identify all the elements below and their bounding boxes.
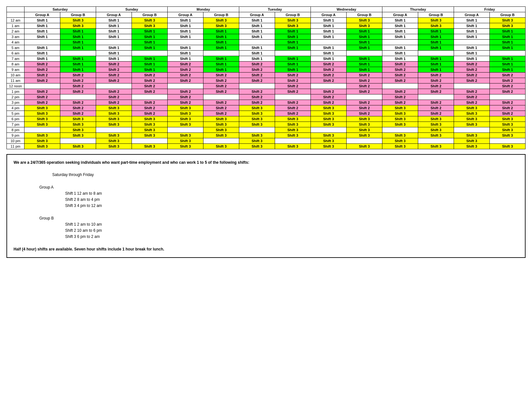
shift-cell: Shift 3 [311,116,347,122]
shift-cell [311,127,347,133]
shift-cell: Shift 1 [239,45,275,51]
shift-cell: Shift 3 [311,138,347,144]
shift-cell: Shift 2 [490,105,526,111]
shift-cell: Shift 1 [168,29,203,34]
shift-cell: Shift 2 [490,89,526,94]
shift-cell: Shift 1 [132,34,168,40]
shift-cell: Shift 1 [25,34,60,40]
shift-cell: Shift 3 [311,111,347,116]
shift-cell: Shift 3 [60,144,96,149]
shift-cell: Shift 2 [454,94,490,100]
shift-cell: Shift 1 [132,67,168,73]
time-label: 3 pm [7,100,25,105]
shift-cell: Shift 3 [239,105,275,111]
shift-cell: Shift 2 [347,83,382,89]
shift-cell: Shift 1 [490,67,526,73]
shift-cell [382,127,418,133]
shift-cell [96,127,132,133]
shift-cell: Shift 2 [311,73,347,78]
tue-gb-header: Group B [275,12,311,18]
shift-cell: Shift 1 [168,34,203,40]
shift-cell: Shift 2 [25,78,60,83]
shift-cell: Shift 1 [311,29,347,34]
main-container: Saturday Sunday Monday Tuesday Wednesday… [6,6,526,258]
shift-cell: Shift 1 [454,45,490,51]
shift-cell: Shift 1 [382,56,418,62]
shift-cell: Shift 2 [25,89,60,94]
shift-cell: Shift 1 [454,56,490,62]
info-group-b-label: Group B [39,215,518,221]
shift-cell: Shift 3 [382,105,418,111]
shift-line: Shift 3 4 pm to 12 am [65,203,518,209]
shift-cell [418,138,454,144]
time-label: 2 am [7,29,25,34]
shift-cell: Shift 1 [347,34,382,40]
shift-cell [382,83,418,89]
shift-cell: Shift 1 [239,56,275,62]
shift-cell [168,83,203,89]
info-intro: We are a 24/7/365 operation seeking indi… [14,160,518,166]
shift-cell: Shift 2 [239,78,275,83]
shift-cell: Shift 2 [168,89,203,94]
empty-subheader [7,12,25,18]
shift-cell: Shift 2 [96,78,132,83]
time-label: 5 am [7,45,25,51]
shift-cell: Shift 3 [490,116,526,122]
shift-cell: Shift 1 [168,51,203,56]
shift-cell: Shift 3 [25,105,60,111]
shift-cell: Shift 1 [490,34,526,40]
shift-cell: Shift 3 [96,122,132,127]
tuesday-header: Tuesday [239,7,311,12]
shift-cell: Shift 3 [347,18,382,23]
shift-cell: Shift 3 [239,122,275,127]
shift-cell: Shift 3 [132,122,168,127]
tue-ga-header: Group A [239,12,275,18]
shift-cell: Shift 2 [60,105,96,111]
shift-cell: Shift 3 [60,133,96,138]
shift-cell [96,40,132,45]
group-a-shifts: Shift 1 12 am to 8 amShift 2 8 am to 4 p… [14,191,518,209]
shift-cell [275,138,311,144]
shift-cell: Shift 2 [490,78,526,83]
shift-cell: Shift 3 [275,18,311,23]
shift-cell: Shift 3 [25,122,60,127]
thu-ga-header: Group A [382,12,418,18]
shift-cell: Shift 2 [418,105,454,111]
fri-gb-header: Group B [490,12,526,18]
shift-cell: Shift 3 [418,122,454,127]
shift-cell: Shift 2 [168,62,203,67]
time-label: 1 am [7,23,25,29]
shift-cell: Shift 3 [454,111,490,116]
shift-cell: Shift 3 [347,23,382,29]
shift-cell: Shift 3 [275,127,311,133]
shift-cell: Shift 3 [275,23,311,29]
shift-cell: Shift 1 [60,67,96,73]
shift-cell: Shift 3 [168,116,203,122]
schedule-table: Saturday Sunday Monday Tuesday Wednesday… [6,6,526,149]
shift-cell: Shift 2 [275,89,311,94]
shift-cell: Shift 1 [382,51,418,56]
shift-cell: Shift 2 [382,89,418,94]
shift-cell: Shift 3 [203,144,239,149]
shift-cell: Shift 3 [490,23,526,29]
shift-line: Shift 1 12 am to 8 am [65,191,518,197]
shift-cell: Shift 1 [311,51,347,56]
shift-cell: Shift 1 [60,29,96,34]
shift-cell: Shift 2 [275,111,311,116]
shift-cell [347,138,382,144]
shift-cell: Shift 2 [382,78,418,83]
shift-cell: Shift 3 [96,105,132,111]
shift-cell: Shift 3 [454,138,490,144]
sun-gb-header: Group B [132,12,168,18]
shift-cell: Shift 3 [382,116,418,122]
shift-cell: Shift 1 [275,62,311,67]
shift-cell: Shift 2 [347,111,382,116]
shift-cell: Shift 3 [418,23,454,29]
shift-cell: Shift 1 [60,34,96,40]
time-label: 7 am [7,56,25,62]
shift-cell [311,83,347,89]
shift-cell: Shift 3 [311,144,347,149]
empty-header [7,7,25,12]
shift-cell: Shift 1 [25,29,60,34]
shift-line: Shift 2 8 am to 4 pm [65,197,518,203]
